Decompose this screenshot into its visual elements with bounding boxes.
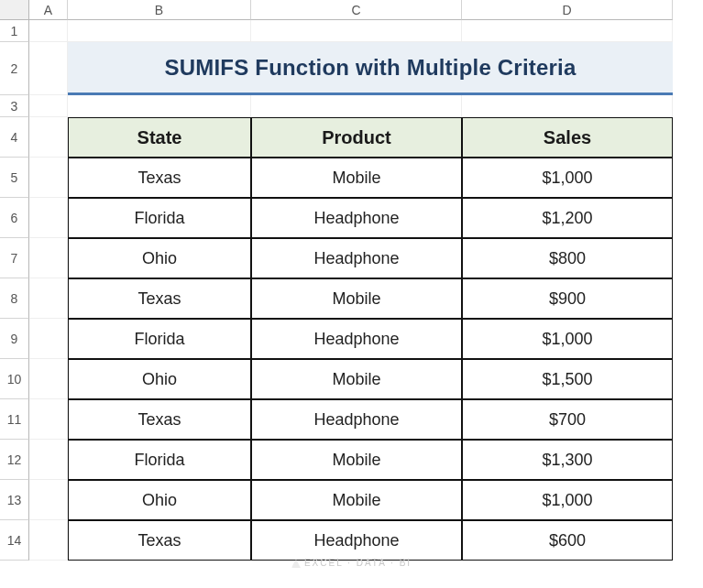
row-header-14[interactable]: 14 [0, 520, 29, 561]
cell-C1[interactable] [251, 20, 462, 42]
row-header-2[interactable]: 2 [0, 42, 29, 95]
table-row[interactable]: Mobile [251, 480, 462, 520]
cell-A12[interactable] [29, 440, 68, 480]
table-row[interactable]: Ohio [68, 359, 251, 399]
cell-D3[interactable] [462, 95, 673, 117]
row-header-9[interactable]: 9 [0, 319, 29, 359]
row-header-11[interactable]: 11 [0, 399, 29, 440]
table-header-state[interactable]: State [68, 117, 251, 158]
table-row[interactable]: Headphone [251, 198, 462, 238]
spreadsheet-grid: A B C D 1 2 SUMIFS Function with Multipl… [0, 0, 703, 561]
table-row[interactable]: $900 [462, 278, 673, 319]
table-row[interactable]: Mobile [251, 158, 462, 198]
table-row[interactable]: Headphone [251, 319, 462, 359]
cell-A13[interactable] [29, 480, 68, 520]
cell-A9[interactable] [29, 319, 68, 359]
col-header-C[interactable]: C [251, 0, 462, 20]
cell-A11[interactable] [29, 399, 68, 440]
row-header-8[interactable]: 8 [0, 278, 29, 319]
table-header-product[interactable]: Product [251, 117, 462, 158]
title-cell[interactable]: SUMIFS Function with Multiple Criteria [68, 42, 673, 95]
row-header-3[interactable]: 3 [0, 95, 29, 117]
table-row[interactable]: Florida [68, 198, 251, 238]
col-header-A[interactable]: A [29, 0, 68, 20]
select-all-corner[interactable] [0, 0, 29, 20]
cell-A3[interactable] [29, 95, 68, 117]
table-row[interactable]: $1,200 [462, 198, 673, 238]
table-row[interactable]: $1,000 [462, 319, 673, 359]
table-row[interactable]: Texas [68, 520, 251, 561]
table-row[interactable]: Mobile [251, 359, 462, 399]
cell-B3[interactable] [68, 95, 251, 117]
cell-A7[interactable] [29, 238, 68, 278]
row-header-4[interactable]: 4 [0, 117, 29, 158]
table-row[interactable]: Mobile [251, 440, 462, 480]
table-row[interactable]: Texas [68, 158, 251, 198]
table-row[interactable]: $1,000 [462, 480, 673, 520]
table-row[interactable]: Mobile [251, 278, 462, 319]
cell-A10[interactable] [29, 359, 68, 399]
cell-C3[interactable] [251, 95, 462, 117]
cell-A8[interactable] [29, 278, 68, 319]
table-header-sales[interactable]: Sales [462, 117, 673, 158]
table-row[interactable]: $1,500 [462, 359, 673, 399]
cell-B1[interactable] [68, 20, 251, 42]
table-row[interactable]: Headphone [251, 238, 462, 278]
col-header-B[interactable]: B [68, 0, 251, 20]
row-header-5[interactable]: 5 [0, 158, 29, 198]
table-row[interactable]: Headphone [251, 399, 462, 440]
row-header-6[interactable]: 6 [0, 198, 29, 238]
table-row[interactable]: Texas [68, 399, 251, 440]
table-row[interactable]: $600 [462, 520, 673, 561]
col-header-D[interactable]: D [462, 0, 673, 20]
table-row[interactable]: Florida [68, 319, 251, 359]
table-row[interactable]: Ohio [68, 238, 251, 278]
row-header-10[interactable]: 10 [0, 359, 29, 399]
cell-A6[interactable] [29, 198, 68, 238]
cell-A4[interactable] [29, 117, 68, 158]
table-row[interactable]: $700 [462, 399, 673, 440]
row-header-13[interactable]: 13 [0, 480, 29, 520]
table-row[interactable]: Headphone [251, 520, 462, 561]
table-row[interactable]: $1,000 [462, 158, 673, 198]
cell-A5[interactable] [29, 158, 68, 198]
cell-A14[interactable] [29, 520, 68, 561]
row-header-1[interactable]: 1 [0, 20, 29, 42]
cell-D1[interactable] [462, 20, 673, 42]
row-header-7[interactable]: 7 [0, 238, 29, 278]
table-row[interactable]: Texas [68, 278, 251, 319]
table-row[interactable]: Ohio [68, 480, 251, 520]
table-row[interactable]: Florida [68, 440, 251, 480]
cell-A2[interactable] [29, 42, 68, 95]
table-row[interactable]: $800 [462, 238, 673, 278]
table-row[interactable]: $1,300 [462, 440, 673, 480]
cell-A1[interactable] [29, 20, 68, 42]
row-header-12[interactable]: 12 [0, 440, 29, 480]
